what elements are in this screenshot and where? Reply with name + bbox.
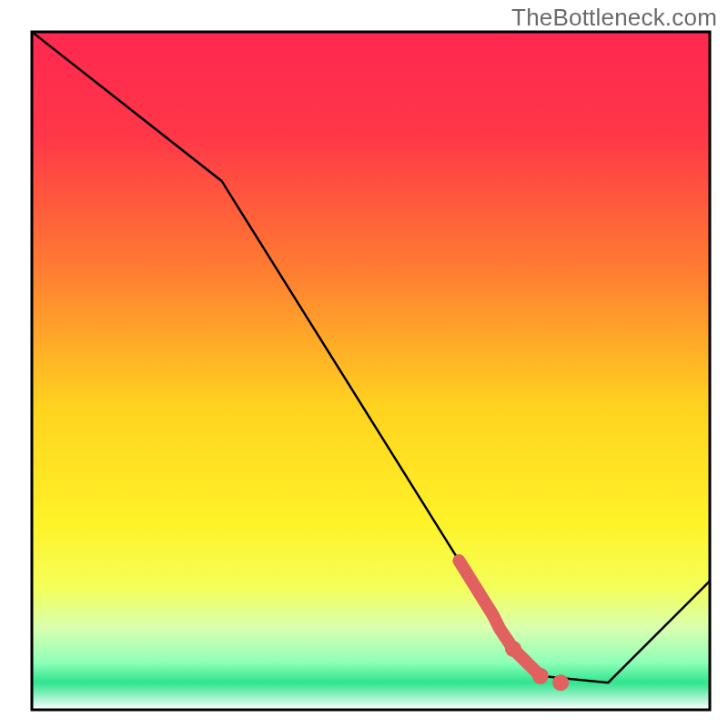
watermark-label: TheBottleneck.com <box>511 4 717 32</box>
gradient-background <box>32 32 710 710</box>
bottleneck-chart <box>0 0 728 728</box>
highlight-dot <box>532 668 549 684</box>
highlight-dot <box>552 674 569 691</box>
chart-container: TheBottleneck.com <box>0 0 728 728</box>
highlight-dot <box>505 641 521 657</box>
